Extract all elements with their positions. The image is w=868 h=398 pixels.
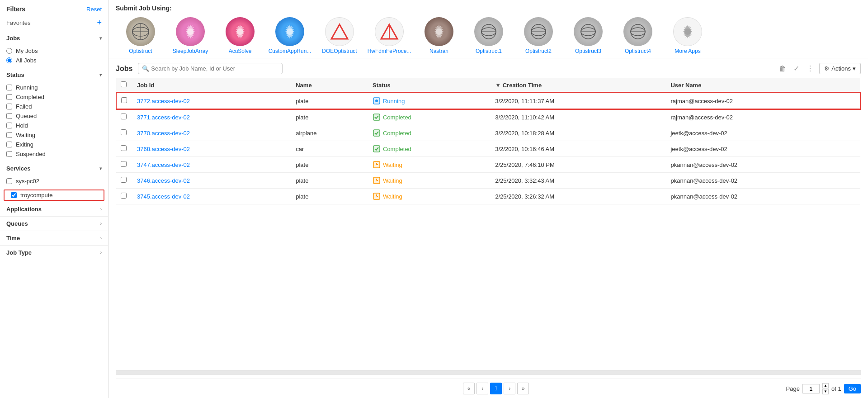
status-completed[interactable]: Completed (6, 92, 102, 102)
row-checkbox[interactable] (121, 97, 127, 103)
actions-button[interactable]: ⚙ Actions ▾ (819, 63, 861, 74)
row-creation-time: 2/25/2020, 7:46:10 PM (491, 157, 666, 173)
app-doeoptistruct[interactable]: DOEOptistruct (315, 15, 364, 56)
jobs-my-jobs[interactable]: My Jobs (6, 46, 102, 56)
table-row[interactable]: 3745.access-dev-02 plate Waiting 2/25/20… (116, 189, 860, 204)
job-id-link[interactable]: 3746.access-dev-02 (137, 177, 190, 184)
jobs-section-header[interactable]: Jobs ▾ (0, 31, 108, 45)
table-row[interactable]: 3770.access-dev-02 airplane Completed 3/… (116, 125, 860, 141)
job-id-link[interactable]: 3747.access-dev-02 (137, 161, 190, 168)
first-page-button[interactable]: « (463, 383, 475, 394)
job-id-link[interactable]: 3772.access-dev-02 (137, 98, 190, 104)
jobs-toolbar: Jobs 🔍 🗑 ✓ ⋮ ⚙ Actions ▾ (116, 58, 861, 78)
row-name: plate (291, 157, 368, 173)
horizontal-scrollbar[interactable] (116, 370, 861, 375)
status-badge: Running (373, 97, 486, 105)
status-section-header[interactable]: Status ▾ (0, 68, 108, 82)
status-badge: Waiting (373, 161, 486, 169)
table-row[interactable]: 3746.access-dev-02 plate Waiting 2/25/20… (116, 173, 860, 189)
app-optistruct3[interactable]: Optistruct3 (563, 15, 613, 56)
go-button[interactable]: Go (844, 384, 861, 393)
page-input[interactable] (802, 384, 820, 393)
status-text: Completed (383, 130, 411, 137)
my-jobs-label: My Jobs (16, 47, 38, 54)
row-checkbox[interactable] (121, 145, 127, 151)
next-page-button[interactable]: › (504, 383, 515, 394)
prev-page-button[interactable]: ‹ (476, 383, 488, 394)
app-moreapps[interactable]: More Apps (663, 15, 712, 56)
jobs-all-jobs[interactable]: All Jobs (6, 56, 102, 65)
applications-section[interactable]: Applications › (0, 202, 108, 216)
status-suspended[interactable]: Suspended (6, 149, 102, 159)
app-customapprun[interactable]: CustomAppRun... (265, 15, 315, 56)
status-text: Waiting (383, 177, 402, 184)
table-row[interactable]: 3768.access-dev-02 car Completed 3/2/202… (116, 141, 860, 157)
job-id-link[interactable]: 3745.access-dev-02 (137, 193, 190, 200)
row-status: Completed (368, 141, 491, 157)
row-checkbox-cell (116, 189, 132, 204)
jobtype-section[interactable]: Job Type › (0, 245, 108, 260)
svg-rect-28 (373, 146, 380, 152)
row-checkbox[interactable] (121, 114, 127, 119)
row-name: plate (291, 109, 368, 125)
actions-chevron-icon: ▾ (853, 65, 856, 72)
search-input[interactable] (151, 65, 278, 72)
select-all-checkbox[interactable] (121, 81, 127, 87)
service-troycompute[interactable]: troycompute (4, 190, 104, 201)
table-row[interactable]: 3772.access-dev-02 plate Running 3/2/202… (116, 93, 860, 109)
status-text: Completed (383, 114, 411, 121)
page-down-button[interactable]: ▼ (822, 389, 829, 394)
status-waiting[interactable]: Waiting (6, 130, 102, 140)
status-hold[interactable]: Hold (6, 121, 102, 130)
app-acusolve[interactable]: AcuSolve (215, 15, 265, 56)
status-running[interactable]: Running (6, 83, 102, 92)
check-icon-button[interactable]: ✓ (792, 63, 801, 74)
jobs-area: Jobs 🔍 🗑 ✓ ⋮ ⚙ Actions ▾ (108, 58, 868, 398)
delete-icon-button[interactable]: 🗑 (777, 64, 788, 74)
app-hwfdmprocess[interactable]: HwFdmFeProce... (364, 15, 414, 56)
table-row[interactable]: 3747.access-dev-02 plate Waiting 2/25/20… (116, 157, 860, 173)
job-id-link[interactable]: 3770.access-dev-02 (137, 130, 190, 137)
status-queued[interactable]: Queued (6, 111, 102, 121)
status-icon (373, 113, 381, 121)
add-favorite-icon[interactable]: + (97, 18, 102, 28)
table-row[interactable]: 3771.access-dev-02 plate Completed 3/2/2… (116, 109, 860, 125)
app-optistruct2[interactable]: Optistruct2 (514, 15, 563, 56)
app-optistruct1[interactable]: Optistruct1 (464, 15, 514, 56)
page-up-button[interactable]: ▲ (822, 383, 829, 389)
services-section-header[interactable]: Services ▾ (0, 161, 108, 175)
last-page-button[interactable]: » (517, 383, 529, 394)
reset-link[interactable]: Reset (86, 6, 102, 13)
svg-point-25 (375, 100, 378, 102)
row-checkbox-cell (116, 157, 132, 173)
jobs-table-wrapper: Job Id Name Status ▼ Creation Time User … (116, 78, 861, 369)
app-optistruct[interactable]: Optistruct (116, 15, 165, 56)
row-checkbox[interactable] (121, 161, 127, 167)
row-checkbox[interactable] (121, 177, 127, 183)
row-status: Completed (368, 109, 491, 125)
row-username: rajman@access-dev-02 (666, 109, 860, 125)
more-icon-button[interactable]: ⋮ (805, 63, 816, 74)
of-pages-label: of 1 (831, 385, 841, 392)
pagination-controls: « ‹ 1 › » (206, 383, 786, 394)
status-exiting[interactable]: Exiting (6, 140, 102, 149)
applications-arrow-icon: › (100, 207, 102, 212)
page-1-button[interactable]: 1 (490, 383, 502, 394)
app-nastran[interactable]: Nastran (414, 15, 464, 56)
search-box[interactable]: 🔍 (138, 63, 283, 74)
status-failed[interactable]: Failed (6, 102, 102, 111)
job-id-link[interactable]: 3768.access-dev-02 (137, 146, 190, 152)
row-checkbox[interactable] (121, 193, 127, 199)
header-creation-time[interactable]: ▼ Creation Time (491, 78, 666, 93)
queues-section[interactable]: Queues › (0, 216, 108, 231)
app-moreapps-label: More Apps (675, 48, 700, 54)
row-creation-time: 3/2/2020, 10:16:46 AM (491, 141, 666, 157)
app-sleepjobarray[interactable]: SleepJobArray (165, 15, 215, 56)
all-jobs-label: All Jobs (16, 57, 37, 64)
header-job-id[interactable]: Job Id (132, 78, 291, 93)
app-optistruct4[interactable]: Optistruct4 (613, 15, 663, 56)
row-checkbox[interactable] (121, 129, 127, 135)
job-id-link[interactable]: 3771.access-dev-02 (137, 114, 190, 121)
time-section[interactable]: Time › (0, 231, 108, 245)
service-sys-pc02[interactable]: sys-pc02 (6, 176, 102, 186)
